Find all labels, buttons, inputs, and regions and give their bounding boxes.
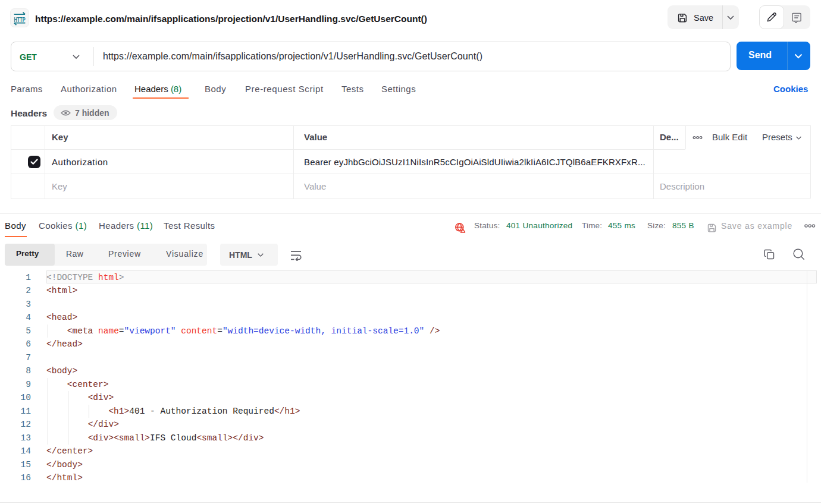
svg-text:HTTP: HTTP	[14, 17, 25, 23]
